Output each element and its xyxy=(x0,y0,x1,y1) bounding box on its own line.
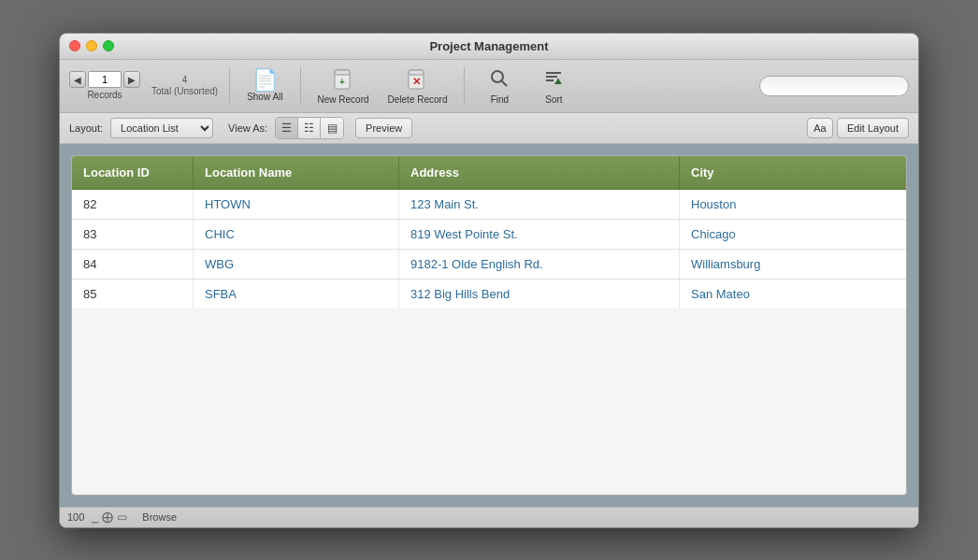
cell-name-1: CHIC xyxy=(194,220,399,249)
cell-address-2: 9182-1 Olde English Rd. xyxy=(399,250,680,279)
close-button[interactable] xyxy=(69,40,80,51)
cell-address-1: 819 West Pointe St. xyxy=(399,220,680,249)
records-nav: ◀ ▶ xyxy=(69,71,140,88)
svg-rect-4 xyxy=(409,70,424,75)
cell-city-1: Chicago xyxy=(680,220,848,249)
cell-id-2: 84 xyxy=(72,250,194,279)
prev-record-button[interactable]: ◀ xyxy=(69,71,86,88)
statusbar: 100 ⎯ ⨁ ▭ Browse xyxy=(60,507,918,527)
records-nav-group: ◀ ▶ Records xyxy=(69,71,140,100)
cell-address-3: 312 Big Hills Bend xyxy=(399,280,680,309)
data-table: Location ID Location Name Address City 8… xyxy=(71,155,907,495)
search-input[interactable] xyxy=(759,76,909,96)
status-icon-3: ▭ xyxy=(117,510,127,524)
col-header-address: Address xyxy=(399,156,680,189)
svg-text:+: + xyxy=(339,77,345,87)
sort-label: Sort xyxy=(545,94,562,105)
find-label: Find xyxy=(491,94,509,105)
status-icon-1: ⎯ xyxy=(92,510,98,524)
show-all-icon: 📄 xyxy=(252,70,278,91)
col-header-location-id: Location ID xyxy=(72,156,194,189)
view-list-button[interactable]: ☰ xyxy=(276,118,298,138)
layout-label: Layout: xyxy=(69,122,103,134)
cell-id-3: 85 xyxy=(72,280,194,309)
find-icon xyxy=(488,67,511,93)
table-body: 82 HTOWN 123 Main St. Houston 83 CHIC 81… xyxy=(72,190,906,309)
cell-city-3: San Mateo xyxy=(680,280,848,309)
view-as-label: View As: xyxy=(228,122,267,134)
svg-point-6 xyxy=(492,71,503,82)
text-size-button[interactable]: Aa xyxy=(807,118,833,138)
edit-layout-button[interactable]: Edit Layout xyxy=(837,118,909,138)
table-row[interactable]: 83 CHIC 819 West Pointe St. Chicago xyxy=(72,220,906,250)
content-area: Location ID Location Name Address City 8… xyxy=(60,144,918,507)
layout-bar: Layout: Location List View As: ☰ ☷ ▤ Pre… xyxy=(60,113,918,144)
svg-line-7 xyxy=(502,80,508,86)
records-label: Records xyxy=(87,90,122,100)
svg-rect-1 xyxy=(335,70,350,75)
table-row[interactable]: 82 HTOWN 123 Main St. Houston xyxy=(72,190,906,220)
layout-select[interactable]: Location List xyxy=(110,118,213,138)
cell-id-1: 83 xyxy=(72,220,194,249)
svg-text:✕: ✕ xyxy=(412,76,421,87)
cell-name-3: SFBA xyxy=(194,280,399,309)
cell-name-2: WBG xyxy=(194,250,399,279)
cell-city-0: Houston xyxy=(680,190,848,219)
cell-name-0: HTOWN xyxy=(194,190,399,219)
next-record-button[interactable]: ▶ xyxy=(123,71,140,88)
view-grid-button[interactable]: ▤ xyxy=(321,118,343,138)
zoom-level: 100 xyxy=(67,511,84,523)
window-title: Project Management xyxy=(429,39,548,53)
table-row[interactable]: 84 WBG 9182-1 Olde English Rd. Williamsb… xyxy=(72,250,906,280)
maximize-button[interactable] xyxy=(103,40,114,51)
preview-button[interactable]: Preview xyxy=(355,118,412,138)
col-header-location-name: Location Name xyxy=(194,156,399,189)
separator-1 xyxy=(229,67,230,105)
show-all-label: Show All xyxy=(247,92,282,102)
delete-record-button[interactable]: ✕ Delete Record xyxy=(382,65,453,107)
cell-id-0: 82 xyxy=(72,190,194,219)
total-label: 4 Total (Unsorted) xyxy=(151,75,218,97)
new-record-icon: + xyxy=(332,67,354,93)
delete-record-icon: ✕ xyxy=(406,67,428,93)
sort-icon xyxy=(542,67,565,93)
table-row[interactable]: 85 SFBA 312 Big Hills Bend San Mateo xyxy=(72,280,906,309)
titlebar: Project Management xyxy=(60,34,918,60)
view-as-buttons: ☰ ☷ ▤ xyxy=(275,117,344,139)
table-header: Location ID Location Name Address City xyxy=(72,156,906,190)
delete-record-label: Delete Record xyxy=(388,94,448,105)
main-window: Project Management ◀ ▶ Records 4 Total (… xyxy=(59,33,919,528)
show-all-button[interactable]: 📄 Show All xyxy=(241,68,288,104)
new-record-button[interactable]: + New Record xyxy=(312,65,375,107)
cell-address-0: 123 Main St. xyxy=(399,190,680,219)
status-icon-2: ⨁ xyxy=(102,510,113,524)
browse-mode: Browse xyxy=(142,511,177,523)
status-icons: ⎯ ⨁ ▭ xyxy=(92,510,127,524)
minimize-button[interactable] xyxy=(86,40,97,51)
search-wrapper: 🔍 xyxy=(759,76,909,96)
sort-button[interactable]: Sort xyxy=(530,65,577,107)
separator-2 xyxy=(300,67,301,105)
find-button[interactable]: Find xyxy=(476,65,523,107)
view-table-button[interactable]: ☷ xyxy=(298,118,321,138)
cell-city-2: Williamsburg xyxy=(680,250,848,279)
new-record-label: New Record xyxy=(318,94,369,105)
search-group: 🔍 xyxy=(759,76,909,96)
col-header-city: City xyxy=(680,156,848,189)
traffic-lights xyxy=(69,40,114,51)
toolbar: ◀ ▶ Records 4 Total (Unsorted) 📄 Show Al… xyxy=(60,60,918,113)
record-number-input[interactable] xyxy=(88,71,122,88)
separator-3 xyxy=(464,67,465,105)
